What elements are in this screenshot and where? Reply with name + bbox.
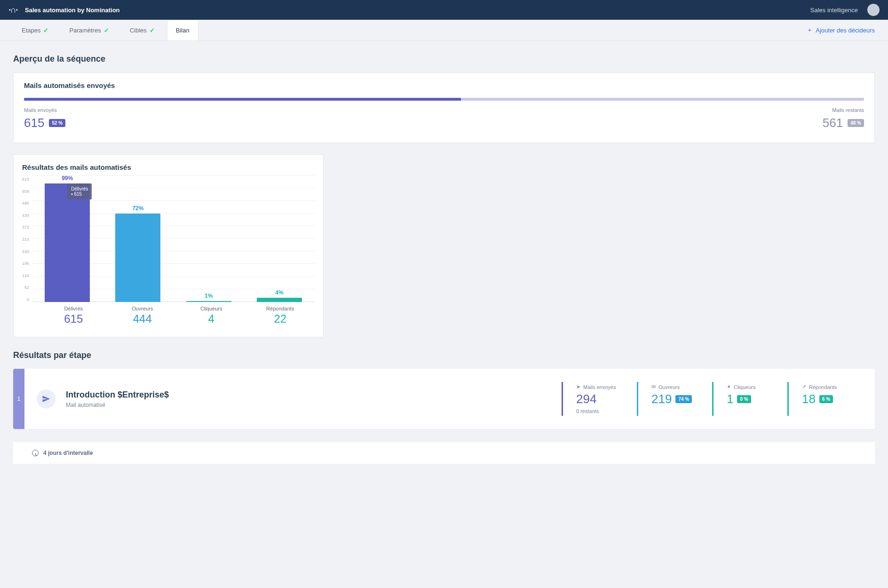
metric-value: 219 <box>651 392 672 406</box>
metric-mails-envoyés: ➤Mails envoyés2940 restants <box>562 382 637 416</box>
y-tick: 124 <box>22 273 29 278</box>
mails-sent-label: Mails envoyés <box>24 107 65 113</box>
y-tick: 496 <box>22 201 29 206</box>
mails-sent-pct-badge: 52 % <box>49 119 65 127</box>
x-value: 444 <box>111 312 174 326</box>
tab-label: Bilan <box>176 27 190 34</box>
x-col: Ouvreurs444 <box>111 302 174 326</box>
per-step-title: Résultats par étape <box>13 350 875 360</box>
mails-remaining-label: Mails restants <box>823 107 864 113</box>
progress-fill <box>24 98 461 101</box>
check-icon: ✓ <box>150 27 155 34</box>
avatar[interactable] <box>867 4 880 16</box>
y-tick: 0 <box>22 297 29 302</box>
bar <box>257 298 302 302</box>
bar-pct-label: 99% <box>62 175 73 182</box>
x-col: Cliqueurs4 <box>180 302 243 326</box>
chart-x-axis: Délivrés615Ouvreurs444Cliqueurs4Répondan… <box>39 302 315 326</box>
bar-délivrés: 99%Délivrés▪ 615 <box>35 175 100 302</box>
plus-icon: ＋ <box>807 26 813 34</box>
bar-pct-label: 1% <box>205 293 213 299</box>
progress-bar <box>24 98 864 101</box>
x-category: Délivrés <box>42 306 105 311</box>
y-tick: 186 <box>22 261 29 266</box>
results-chart-title: Résultats des mails automatisés <box>22 163 315 171</box>
bar-ouvreurs: 72% <box>105 175 170 302</box>
paper-plane-icon <box>37 389 56 408</box>
metric-icon: ↗ <box>802 384 806 390</box>
bar <box>186 301 231 302</box>
x-category: Cliqueurs <box>180 306 243 311</box>
metric-value: 1 <box>727 392 733 406</box>
metric-badge: 0 % <box>737 395 751 403</box>
bar-pct-label: 72% <box>132 205 143 212</box>
metric-label: ✉Ouvreurs <box>651 384 699 390</box>
mails-remaining-value: 561 <box>823 116 843 130</box>
y-tick: 310 <box>22 237 29 242</box>
x-col: Répondants22 <box>249 302 312 326</box>
top-bar: ⋅∩⋅ Sales automation by Nomination Sales… <box>0 0 888 20</box>
step-index: 1 <box>13 369 24 429</box>
mails-remaining-pct-badge: 48 % <box>848 119 864 127</box>
metric-icon: ✉ <box>651 384 656 390</box>
metric-badge: 6 % <box>819 395 833 403</box>
tab-label: Cibles <box>130 27 147 34</box>
chart-tooltip: Délivrés▪ 615 <box>67 183 92 199</box>
metric-badge: 74 % <box>675 395 692 403</box>
step-subtitle: Mail automatisé <box>66 402 169 408</box>
results-chart-card: Résultats des mails automatisés 61555849… <box>13 154 324 337</box>
sent-mails-card: Mails automatisés envoyés Mails envoyés … <box>13 72 875 143</box>
x-category: Ouvreurs <box>111 306 174 311</box>
metric-value: 294 <box>576 392 596 406</box>
bar-répondants: 4% <box>247 175 312 302</box>
y-tick: 62 <box>22 285 29 290</box>
chart-plot: 99%Délivrés▪ 61572%1%4% <box>32 175 315 302</box>
y-tick: 372 <box>22 225 29 230</box>
y-tick: 434 <box>22 213 29 218</box>
chart-y-axis: 615558496434372310248186124620 <box>22 175 32 302</box>
tab-label: Etapes <box>22 27 40 34</box>
sent-mails-title: Mails automatisés envoyés <box>24 81 864 89</box>
metric-ouvreurs: ✉Ouvreurs21974 % <box>637 382 712 416</box>
bar <box>115 214 160 302</box>
tab-bilan[interactable]: Bilan <box>167 20 198 40</box>
tab-label: Paramètres <box>69 27 101 34</box>
tab-etapes[interactable]: Etapes✓ <box>13 20 57 40</box>
metric-icon: ➤ <box>576 384 580 390</box>
metric-label: ➤Mails envoyés <box>576 384 624 390</box>
app-logo: ⋅∩⋅ <box>8 5 17 15</box>
tab-cibles[interactable]: Cibles✓ <box>121 20 163 40</box>
metric-icon: ✦ <box>727 384 731 390</box>
bar-pct-label: 4% <box>275 289 283 296</box>
interval-label: 4 jours d'intervalle <box>43 450 93 456</box>
tabs-row: Etapes✓Paramètres✓Cibles✓Bilan ＋ Ajouter… <box>0 20 888 41</box>
metric-cliqueurs: ✦Cliqueurs10 % <box>712 382 787 416</box>
clock-icon <box>32 450 39 456</box>
sales-intelligence-link[interactable]: Sales intelligence <box>810 7 858 14</box>
y-tick: 558 <box>22 189 29 194</box>
x-value: 4 <box>180 312 243 326</box>
x-col: Délivrés615 <box>42 302 105 326</box>
metric-répondants: ↗Répondants186 % <box>787 382 863 416</box>
x-value: 22 <box>249 312 312 326</box>
step-name: Introduction $Entreprise$ <box>66 390 169 400</box>
check-icon: ✓ <box>104 27 109 34</box>
metric-label: ✦Cliqueurs <box>727 384 774 390</box>
step-card[interactable]: 1 Introduction $Entreprise$ Mail automat… <box>13 369 875 429</box>
bar <box>45 183 90 302</box>
metric-value: 18 <box>802 392 816 406</box>
tab-paramètres[interactable]: Paramètres✓ <box>61 20 117 40</box>
app-title: Sales automation by Nomination <box>25 7 120 14</box>
overview-title: Aperçu de la séquence <box>13 54 875 64</box>
metric-label: ↗Répondants <box>802 384 849 390</box>
add-deciders-label: Ajouter des décideurs <box>816 27 875 34</box>
metric-sub: 0 restants <box>576 408 624 414</box>
y-tick: 248 <box>22 249 29 254</box>
check-icon: ✓ <box>43 27 48 34</box>
x-category: Répondants <box>249 306 312 311</box>
x-value: 615 <box>42 312 105 326</box>
mails-sent-value: 615 <box>24 116 44 130</box>
bar-cliqueurs: 1% <box>176 175 241 302</box>
add-deciders-button[interactable]: ＋ Ajouter des décideurs <box>807 26 875 34</box>
interval-row: 4 jours d'intervalle <box>13 442 875 464</box>
